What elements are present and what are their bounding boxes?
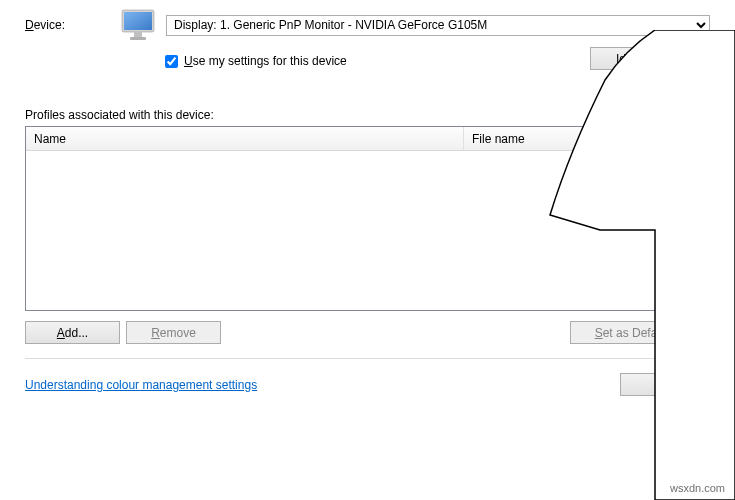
list-header: Name File name (26, 127, 709, 151)
watermark: wsxdn.com (670, 482, 725, 494)
understanding-link[interactable]: Understanding colour management settings (25, 378, 257, 392)
profiles-label: Profiles associated with this device: (25, 108, 710, 122)
use-settings-label[interactable]: Use my settings for this device (184, 54, 347, 68)
use-settings-checkbox[interactable] (165, 55, 178, 68)
bottom-right-button[interactable]: P (620, 373, 710, 396)
device-label: Device: (25, 18, 110, 32)
svg-rect-3 (130, 37, 146, 40)
device-select[interactable]: Display: 1. Generic PnP Monitor - NVIDIA… (166, 15, 710, 36)
separator (25, 358, 710, 359)
column-filename[interactable]: File name (464, 132, 709, 146)
svg-rect-2 (134, 32, 142, 37)
column-name[interactable]: Name (34, 127, 464, 150)
monitor-icon (120, 8, 156, 42)
add-button[interactable]: Add... (25, 321, 120, 344)
svg-rect-1 (124, 12, 152, 30)
identify-monitors-button[interactable]: Identify moni (590, 47, 710, 70)
set-default-profile-button: Set as Default Pr (570, 321, 710, 344)
profiles-listbox[interactable]: Name File name (25, 126, 710, 311)
remove-button: Remove (126, 321, 221, 344)
